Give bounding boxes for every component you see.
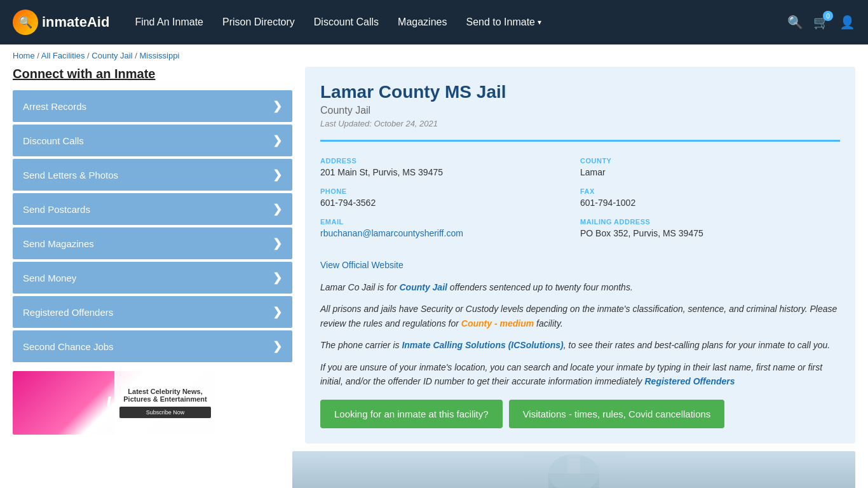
nav-discount-calls[interactable]: Discount Calls bbox=[314, 11, 379, 33]
desc2: All prisons and jails have Security or C… bbox=[320, 302, 840, 330]
sidebar-item-send-money[interactable]: Send Money ❯ bbox=[13, 262, 292, 294]
main-content: Connect with an Inmate Arrest Records ❯ … bbox=[0, 67, 868, 444]
county-jail-link[interactable]: County Jail bbox=[399, 282, 447, 292]
dome-illustration bbox=[510, 454, 637, 488]
breadcrumb-county-jail[interactable]: County Jail bbox=[92, 51, 132, 60]
fax-value: 601-794-1002 bbox=[580, 198, 827, 208]
county-medium-link[interactable]: County - medium bbox=[461, 318, 534, 329]
sidebar-ad: Us Latest Celebrity News, Pictures & Ent… bbox=[13, 371, 216, 435]
breadcrumb-mississippi[interactable]: Mississippi bbox=[139, 51, 179, 60]
description: Lamar Co Jail is for County Jail offende… bbox=[320, 280, 840, 388]
facility-image bbox=[292, 451, 855, 488]
phone-value: 601-794-3562 bbox=[320, 198, 567, 208]
ad-subscribe-button[interactable]: Subscribe Now bbox=[119, 407, 211, 418]
sidebar-title: Connect with an Inmate bbox=[13, 67, 292, 81]
cart-icon[interactable]: 🛒 0 bbox=[813, 15, 829, 30]
chevron-right-icon: ❯ bbox=[273, 202, 282, 216]
chevron-right-icon: ❯ bbox=[273, 168, 282, 182]
county-value: Lamar bbox=[580, 167, 827, 177]
breadcrumb: Home / All Facilities / County Jail / Mi… bbox=[0, 44, 868, 67]
mailing-label: MAILING ADDRESS bbox=[580, 218, 827, 226]
desc1: Lamar Co Jail is for County Jail offende… bbox=[320, 280, 840, 294]
email-label: EMAIL bbox=[320, 218, 567, 226]
svg-rect-3 bbox=[567, 454, 580, 473]
last-updated: Last Updated: October 24, 2021 bbox=[320, 119, 840, 128]
address-value: 201 Main St, Purvis, MS 39475 bbox=[320, 167, 567, 177]
desc3: The phone carrier is Inmate Calling Solu… bbox=[320, 338, 840, 352]
chevron-right-icon: ❯ bbox=[273, 339, 282, 353]
nav-links: Find An Inmate Prison Directory Discount… bbox=[135, 11, 787, 33]
mailing-value: PO Box 352, Purvis, MS 39475 bbox=[580, 228, 827, 238]
email-block: EMAIL rbuchanan@lamarcountysheriff.com bbox=[320, 213, 567, 243]
visitations-button[interactable]: Visitations - times, rules, Covid cancel… bbox=[509, 400, 725, 428]
ad-title: Latest Celebrity News, Pictures & Entert… bbox=[119, 388, 211, 403]
nav-prison-directory[interactable]: Prison Directory bbox=[222, 11, 295, 33]
county-label: COUNTY bbox=[580, 157, 827, 165]
breadcrumb-all-facilities[interactable]: All Facilities bbox=[41, 51, 85, 60]
logo-icon: 🔍 bbox=[13, 10, 38, 35]
sidebar-item-send-postcards[interactable]: Send Postcards ❯ bbox=[13, 193, 292, 225]
logo[interactable]: 🔍 inmateAid bbox=[13, 10, 109, 35]
sidebar-item-send-letters[interactable]: Send Letters & Photos ❯ bbox=[13, 159, 292, 191]
sidebar-item-arrest-records[interactable]: Arrest Records ❯ bbox=[13, 90, 292, 122]
cta-buttons: Looking for an inmate at this facility? … bbox=[320, 400, 840, 428]
chevron-down-icon: ▾ bbox=[538, 18, 541, 27]
phone-label: PHONE bbox=[320, 187, 567, 195]
detail-panel: Lamar County MS Jail County Jail Last Up… bbox=[305, 67, 855, 444]
sidebar-item-discount-calls[interactable]: Discount Calls ❯ bbox=[13, 125, 292, 156]
user-icon[interactable]: 👤 bbox=[839, 15, 855, 30]
logo-text: inmateAid bbox=[42, 14, 109, 30]
desc4: If you are unsure of your inmate's locat… bbox=[320, 360, 840, 389]
search-icon[interactable]: 🔍 bbox=[787, 15, 803, 30]
nav-find-inmate[interactable]: Find An Inmate bbox=[135, 11, 203, 33]
nav-right: 🔍 🛒 0 👤 bbox=[787, 15, 855, 30]
info-grid: ADDRESS 201 Main St, Purvis, MS 39475 CO… bbox=[320, 140, 840, 243]
phone-block: PHONE 601-794-3562 bbox=[320, 182, 567, 213]
address-block: ADDRESS 201 Main St, Purvis, MS 39475 bbox=[320, 152, 567, 182]
county-block: COUNTY Lamar bbox=[580, 152, 827, 182]
chevron-right-icon: ❯ bbox=[273, 99, 282, 113]
facility-name: Lamar County MS Jail bbox=[320, 82, 840, 102]
view-website-link[interactable]: View Official Website bbox=[320, 260, 403, 270]
facility-type: County Jail bbox=[320, 105, 840, 116]
chevron-right-icon: ❯ bbox=[273, 133, 282, 147]
nav-magazines[interactable]: Magazines bbox=[398, 11, 447, 33]
address-label: ADDRESS bbox=[320, 157, 567, 165]
email-value[interactable]: rbuchanan@lamarcountysheriff.com bbox=[320, 228, 463, 238]
mailing-block: MAILING ADDRESS PO Box 352, Purvis, MS 3… bbox=[580, 213, 827, 243]
fax-block: FAX 601-794-1002 bbox=[580, 182, 827, 213]
fax-label: FAX bbox=[580, 187, 827, 195]
chevron-right-icon: ❯ bbox=[273, 305, 282, 319]
cart-badge: 0 bbox=[823, 11, 833, 21]
sidebar-item-registered-offenders[interactable]: Registered Offenders ❯ bbox=[13, 296, 292, 328]
sidebar: Connect with an Inmate Arrest Records ❯ … bbox=[13, 67, 292, 444]
breadcrumb-home[interactable]: Home bbox=[13, 51, 35, 60]
registered-offenders-link[interactable]: Registered Offenders bbox=[644, 376, 735, 386]
ics-link[interactable]: Inmate Calling Solutions (ICSolutions) bbox=[402, 340, 563, 350]
sidebar-menu: Arrest Records ❯ Discount Calls ❯ Send L… bbox=[13, 90, 292, 362]
nav-send-to-inmate[interactable]: Send to Inmate ▾ bbox=[466, 17, 541, 28]
chevron-right-icon: ❯ bbox=[273, 271, 282, 285]
find-inmate-button[interactable]: Looking for an inmate at this facility? bbox=[320, 400, 503, 428]
sidebar-item-second-chance-jobs[interactable]: Second Chance Jobs ❯ bbox=[13, 330, 292, 362]
sidebar-item-send-magazines[interactable]: Send Magazines ❯ bbox=[13, 227, 292, 259]
ad-text-box: Latest Celebrity News, Pictures & Entert… bbox=[114, 371, 216, 435]
chevron-right-icon: ❯ bbox=[273, 236, 282, 250]
